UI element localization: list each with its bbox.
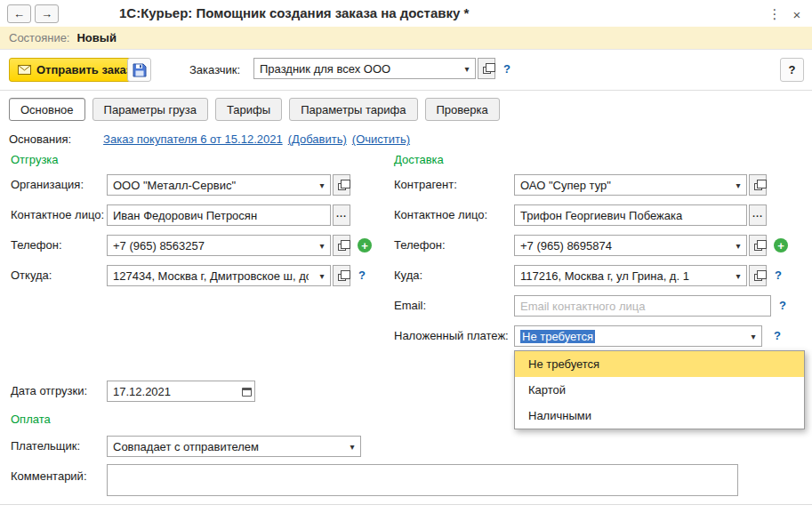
cod-option-cash[interactable]: Наличными <box>515 403 804 429</box>
comment-field <box>107 464 738 496</box>
shipment-contact-input[interactable] <box>108 205 330 225</box>
organization-dropdown-button[interactable]: ▾ <box>314 175 330 195</box>
section-payment-title: Оплата <box>11 413 51 426</box>
cod-field[interactable]: Не требуется ▾ <box>514 325 762 347</box>
basis-row: Основания: Заказ покупателя 6 от 15.12.2… <box>9 132 415 146</box>
tab-cargo-params[interactable]: Параметры груза <box>92 98 208 121</box>
more-button[interactable]: ⋮ <box>766 5 784 23</box>
counterparty-open-button[interactable] <box>749 174 767 196</box>
payer-field: ▾ <box>107 436 361 457</box>
tab-check[interactable]: Проверка <box>425 98 500 121</box>
bottom-divider <box>0 504 812 505</box>
from-address-open-button[interactable] <box>333 265 350 286</box>
delivery-contact-field <box>514 204 747 226</box>
from-address-help-link[interactable]: ? <box>358 265 366 286</box>
email-input[interactable] <box>515 296 770 316</box>
email-help-link[interactable]: ? <box>779 295 786 317</box>
status-label: Состояние: <box>9 31 69 44</box>
customer-help-link[interactable]: ? <box>503 59 511 80</box>
kebab-menu-icon: ⋮ <box>768 6 782 22</box>
cod-option-not-required[interactable]: Не требуется <box>515 351 804 377</box>
delivery-phone-field: ▾ <box>514 235 747 256</box>
basis-clear-link[interactable]: (Очистить) <box>352 132 410 146</box>
delivery-phone-open-button[interactable] <box>749 235 767 256</box>
toolbar: Отправить заказ Заказчик: ▾ ? ? <box>0 50 812 91</box>
save-icon <box>133 63 147 77</box>
chevron-down-icon: ▾ <box>319 271 324 281</box>
open-icon <box>754 244 762 251</box>
calendar-icon <box>242 388 252 397</box>
close-button[interactable]: × <box>788 5 806 23</box>
send-order-button[interactable]: Отправить заказ <box>9 58 141 82</box>
customer-field: ▾ <box>253 58 476 79</box>
tab-tariff-params[interactable]: Параметры тарифа <box>289 98 417 121</box>
to-address-input[interactable] <box>515 266 730 285</box>
open-icon <box>338 244 346 251</box>
back-arrow-icon: ← <box>13 7 25 20</box>
shipment-phone-dropdown-button[interactable]: ▾ <box>314 236 330 255</box>
ellipsis-icon: ... <box>752 208 763 222</box>
shipment-date-label: Дата отгрузки: <box>11 381 87 402</box>
chevron-down-icon: ▾ <box>751 332 755 341</box>
comment-input[interactable] <box>108 465 737 495</box>
comment-label: Комментарий: <box>11 466 87 487</box>
counterparty-dropdown-button[interactable]: ▾ <box>730 175 746 195</box>
tab-bar: Основное Параметры груза Тарифы Параметр… <box>9 98 500 121</box>
delivery-contact-more-button[interactable]: ... <box>749 204 767 226</box>
customer-open-button[interactable] <box>478 58 495 79</box>
counterparty-input[interactable] <box>515 175 730 195</box>
forward-button[interactable]: → <box>35 4 59 23</box>
payer-label: Плательщик: <box>11 436 80 457</box>
open-icon <box>483 67 491 74</box>
delivery-phone-input[interactable] <box>515 236 730 255</box>
help-button[interactable]: ? <box>780 58 804 82</box>
basis-order-link[interactable]: Заказ покупателя 6 от 15.12.2021 <box>103 132 283 146</box>
to-address-field: ▾ <box>514 265 747 286</box>
customer-dropdown-button[interactable]: ▾ <box>459 59 475 78</box>
back-button[interactable]: ← <box>7 4 31 23</box>
organization-input[interactable] <box>108 175 314 195</box>
status-value: Новый <box>76 31 116 44</box>
tab-main[interactable]: Основное <box>9 98 85 121</box>
shipment-phone-input[interactable] <box>108 236 314 255</box>
to-address-dropdown-button[interactable]: ▾ <box>730 266 746 285</box>
shipment-date-input[interactable] <box>108 381 238 401</box>
shipment-contact-more-button[interactable]: ... <box>333 204 350 226</box>
app-window: ← → 1С:Курьер: Помощник создания заказа … <box>0 0 812 513</box>
payer-input[interactable] <box>108 437 344 456</box>
customer-input[interactable] <box>254 59 459 78</box>
cod-dropdown-button[interactable]: ▾ <box>745 326 761 346</box>
delivery-add-phone-button[interactable]: + <box>774 238 788 252</box>
date-picker-button[interactable] <box>238 381 254 401</box>
cod-value-area[interactable]: Не требуется <box>515 326 745 346</box>
cod-selected-value: Не требуется <box>520 330 595 343</box>
save-button[interactable] <box>127 58 151 82</box>
tab-tariffs[interactable]: Тарифы <box>215 98 282 121</box>
cod-help-link[interactable]: ? <box>774 325 781 347</box>
delivery-phone-dropdown-button[interactable]: ▾ <box>730 236 746 255</box>
chevron-down-icon: ▾ <box>350 442 354 452</box>
from-address-input[interactable] <box>108 266 314 285</box>
section-shipment-title: Отгрузка <box>11 153 59 166</box>
chevron-down-icon: ▾ <box>319 241 324 251</box>
cod-option-card[interactable]: Картой <box>515 377 804 403</box>
to-address-open-button[interactable] <box>749 265 767 286</box>
open-icon <box>754 183 762 190</box>
from-address-dropdown-button[interactable]: ▾ <box>314 266 330 285</box>
send-icon <box>18 65 31 75</box>
organization-field: ▾ <box>107 174 331 196</box>
payer-dropdown-button[interactable]: ▾ <box>344 437 360 456</box>
shipment-phone-open-button[interactable] <box>333 235 350 256</box>
shipment-add-phone-button[interactable]: + <box>358 238 372 252</box>
ellipsis-icon: ... <box>336 208 347 222</box>
shipment-date-field <box>107 381 255 402</box>
to-address-help-link[interactable]: ? <box>775 265 782 286</box>
organization-open-button[interactable] <box>333 174 350 196</box>
shipment-contact-field <box>107 204 331 226</box>
send-order-label: Отправить заказ <box>36 63 132 76</box>
delivery-contact-input[interactable] <box>515 205 746 225</box>
basis-add-link[interactable]: (Добавить) <box>288 132 347 146</box>
email-field <box>514 295 771 317</box>
organization-label: Организация: <box>11 174 84 196</box>
open-icon <box>338 183 346 190</box>
